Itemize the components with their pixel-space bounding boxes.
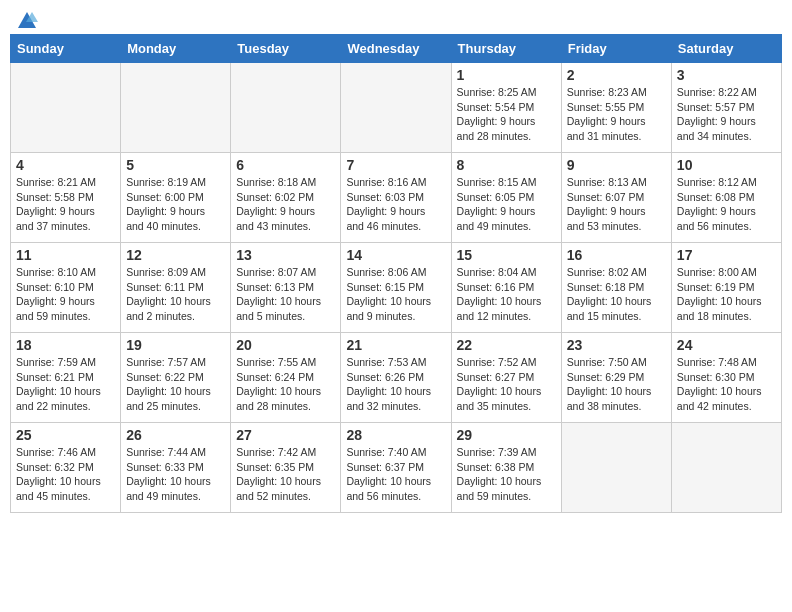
- calendar-cell: 4Sunrise: 8:21 AM Sunset: 5:58 PM Daylig…: [11, 153, 121, 243]
- day-info: Sunrise: 8:02 AM Sunset: 6:18 PM Dayligh…: [567, 265, 666, 324]
- calendar-week-5: 25Sunrise: 7:46 AM Sunset: 6:32 PM Dayli…: [11, 423, 782, 513]
- day-number: 28: [346, 427, 445, 443]
- day-number: 4: [16, 157, 115, 173]
- day-number: 7: [346, 157, 445, 173]
- day-header-thursday: Thursday: [451, 35, 561, 63]
- day-header-sunday: Sunday: [11, 35, 121, 63]
- day-info: Sunrise: 8:00 AM Sunset: 6:19 PM Dayligh…: [677, 265, 776, 324]
- calendar-cell: 6Sunrise: 8:18 AM Sunset: 6:02 PM Daylig…: [231, 153, 341, 243]
- day-info: Sunrise: 8:10 AM Sunset: 6:10 PM Dayligh…: [16, 265, 115, 324]
- day-number: 1: [457, 67, 556, 83]
- calendar-cell: 23Sunrise: 7:50 AM Sunset: 6:29 PM Dayli…: [561, 333, 671, 423]
- calendar-cell: 9Sunrise: 8:13 AM Sunset: 6:07 PM Daylig…: [561, 153, 671, 243]
- day-number: 24: [677, 337, 776, 353]
- calendar-cell: [341, 63, 451, 153]
- day-number: 22: [457, 337, 556, 353]
- calendar-cell: 10Sunrise: 8:12 AM Sunset: 6:08 PM Dayli…: [671, 153, 781, 243]
- calendar-cell: 24Sunrise: 7:48 AM Sunset: 6:30 PM Dayli…: [671, 333, 781, 423]
- calendar-header: SundayMondayTuesdayWednesdayThursdayFrid…: [11, 35, 782, 63]
- calendar-cell: 5Sunrise: 8:19 AM Sunset: 6:00 PM Daylig…: [121, 153, 231, 243]
- day-info: Sunrise: 8:16 AM Sunset: 6:03 PM Dayligh…: [346, 175, 445, 234]
- calendar-cell: 7Sunrise: 8:16 AM Sunset: 6:03 PM Daylig…: [341, 153, 451, 243]
- calendar-cell: 11Sunrise: 8:10 AM Sunset: 6:10 PM Dayli…: [11, 243, 121, 333]
- calendar-cell: 26Sunrise: 7:44 AM Sunset: 6:33 PM Dayli…: [121, 423, 231, 513]
- day-number: 15: [457, 247, 556, 263]
- day-info: Sunrise: 8:07 AM Sunset: 6:13 PM Dayligh…: [236, 265, 335, 324]
- day-info: Sunrise: 7:39 AM Sunset: 6:38 PM Dayligh…: [457, 445, 556, 504]
- day-number: 19: [126, 337, 225, 353]
- calendar-table: SundayMondayTuesdayWednesdayThursdayFrid…: [10, 34, 782, 513]
- calendar-cell: 18Sunrise: 7:59 AM Sunset: 6:21 PM Dayli…: [11, 333, 121, 423]
- calendar-week-1: 1Sunrise: 8:25 AM Sunset: 5:54 PM Daylig…: [11, 63, 782, 153]
- calendar-cell: 17Sunrise: 8:00 AM Sunset: 6:19 PM Dayli…: [671, 243, 781, 333]
- calendar-cell: 2Sunrise: 8:23 AM Sunset: 5:55 PM Daylig…: [561, 63, 671, 153]
- day-info: Sunrise: 7:44 AM Sunset: 6:33 PM Dayligh…: [126, 445, 225, 504]
- day-number: 25: [16, 427, 115, 443]
- day-number: 14: [346, 247, 445, 263]
- logo: [14, 10, 38, 28]
- day-header-monday: Monday: [121, 35, 231, 63]
- day-number: 11: [16, 247, 115, 263]
- day-number: 6: [236, 157, 335, 173]
- day-number: 20: [236, 337, 335, 353]
- day-number: 2: [567, 67, 666, 83]
- day-number: 18: [16, 337, 115, 353]
- day-info: Sunrise: 8:04 AM Sunset: 6:16 PM Dayligh…: [457, 265, 556, 324]
- calendar-cell: 20Sunrise: 7:55 AM Sunset: 6:24 PM Dayli…: [231, 333, 341, 423]
- calendar-cell: 15Sunrise: 8:04 AM Sunset: 6:16 PM Dayli…: [451, 243, 561, 333]
- day-number: 13: [236, 247, 335, 263]
- page-header: [10, 10, 782, 28]
- day-number: 16: [567, 247, 666, 263]
- day-info: Sunrise: 8:18 AM Sunset: 6:02 PM Dayligh…: [236, 175, 335, 234]
- day-header-friday: Friday: [561, 35, 671, 63]
- calendar-cell: 19Sunrise: 7:57 AM Sunset: 6:22 PM Dayli…: [121, 333, 231, 423]
- day-info: Sunrise: 7:53 AM Sunset: 6:26 PM Dayligh…: [346, 355, 445, 414]
- day-number: 9: [567, 157, 666, 173]
- day-info: Sunrise: 8:06 AM Sunset: 6:15 PM Dayligh…: [346, 265, 445, 324]
- calendar-cell: [231, 63, 341, 153]
- calendar-cell: 27Sunrise: 7:42 AM Sunset: 6:35 PM Dayli…: [231, 423, 341, 513]
- logo-icon: [16, 10, 38, 32]
- day-number: 26: [126, 427, 225, 443]
- day-info: Sunrise: 7:50 AM Sunset: 6:29 PM Dayligh…: [567, 355, 666, 414]
- day-info: Sunrise: 8:13 AM Sunset: 6:07 PM Dayligh…: [567, 175, 666, 234]
- day-info: Sunrise: 7:57 AM Sunset: 6:22 PM Dayligh…: [126, 355, 225, 414]
- calendar-cell: [11, 63, 121, 153]
- day-header-wednesday: Wednesday: [341, 35, 451, 63]
- calendar-cell: 25Sunrise: 7:46 AM Sunset: 6:32 PM Dayli…: [11, 423, 121, 513]
- day-info: Sunrise: 7:59 AM Sunset: 6:21 PM Dayligh…: [16, 355, 115, 414]
- calendar-cell: [121, 63, 231, 153]
- day-number: 12: [126, 247, 225, 263]
- day-info: Sunrise: 8:22 AM Sunset: 5:57 PM Dayligh…: [677, 85, 776, 144]
- calendar-cell: 13Sunrise: 8:07 AM Sunset: 6:13 PM Dayli…: [231, 243, 341, 333]
- day-info: Sunrise: 8:25 AM Sunset: 5:54 PM Dayligh…: [457, 85, 556, 144]
- day-number: 10: [677, 157, 776, 173]
- day-number: 17: [677, 247, 776, 263]
- day-info: Sunrise: 7:52 AM Sunset: 6:27 PM Dayligh…: [457, 355, 556, 414]
- day-number: 5: [126, 157, 225, 173]
- calendar-cell: 12Sunrise: 8:09 AM Sunset: 6:11 PM Dayli…: [121, 243, 231, 333]
- calendar-cell: [671, 423, 781, 513]
- day-info: Sunrise: 8:12 AM Sunset: 6:08 PM Dayligh…: [677, 175, 776, 234]
- day-info: Sunrise: 7:48 AM Sunset: 6:30 PM Dayligh…: [677, 355, 776, 414]
- calendar-week-3: 11Sunrise: 8:10 AM Sunset: 6:10 PM Dayli…: [11, 243, 782, 333]
- calendar-cell: 21Sunrise: 7:53 AM Sunset: 6:26 PM Dayli…: [341, 333, 451, 423]
- day-info: Sunrise: 8:15 AM Sunset: 6:05 PM Dayligh…: [457, 175, 556, 234]
- calendar-week-2: 4Sunrise: 8:21 AM Sunset: 5:58 PM Daylig…: [11, 153, 782, 243]
- day-header-tuesday: Tuesday: [231, 35, 341, 63]
- day-info: Sunrise: 8:23 AM Sunset: 5:55 PM Dayligh…: [567, 85, 666, 144]
- calendar-cell: [561, 423, 671, 513]
- day-info: Sunrise: 8:19 AM Sunset: 6:00 PM Dayligh…: [126, 175, 225, 234]
- calendar-cell: 14Sunrise: 8:06 AM Sunset: 6:15 PM Dayli…: [341, 243, 451, 333]
- day-number: 29: [457, 427, 556, 443]
- day-info: Sunrise: 7:40 AM Sunset: 6:37 PM Dayligh…: [346, 445, 445, 504]
- calendar-cell: 8Sunrise: 8:15 AM Sunset: 6:05 PM Daylig…: [451, 153, 561, 243]
- calendar-cell: 28Sunrise: 7:40 AM Sunset: 6:37 PM Dayli…: [341, 423, 451, 513]
- calendar-cell: 1Sunrise: 8:25 AM Sunset: 5:54 PM Daylig…: [451, 63, 561, 153]
- calendar-cell: 29Sunrise: 7:39 AM Sunset: 6:38 PM Dayli…: [451, 423, 561, 513]
- calendar-cell: 16Sunrise: 8:02 AM Sunset: 6:18 PM Dayli…: [561, 243, 671, 333]
- calendar-week-4: 18Sunrise: 7:59 AM Sunset: 6:21 PM Dayli…: [11, 333, 782, 423]
- day-header-saturday: Saturday: [671, 35, 781, 63]
- day-info: Sunrise: 7:55 AM Sunset: 6:24 PM Dayligh…: [236, 355, 335, 414]
- day-info: Sunrise: 7:46 AM Sunset: 6:32 PM Dayligh…: [16, 445, 115, 504]
